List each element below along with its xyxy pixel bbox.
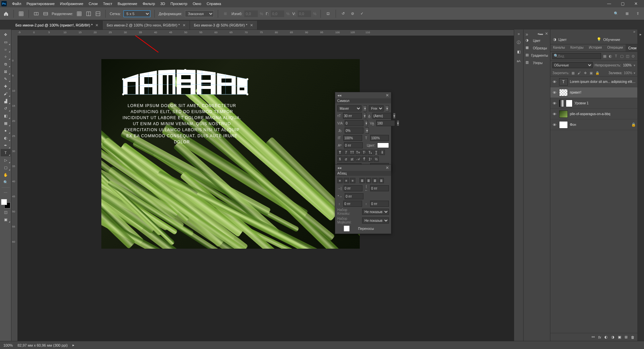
justify-center[interactable]: ≣ xyxy=(366,178,371,183)
maximize-button[interactable]: ▢ xyxy=(616,0,629,7)
share-icon[interactable]: ⇪ xyxy=(634,10,641,17)
space-after-input[interactable] xyxy=(370,201,389,207)
hyphenate-checkbox[interactable] xyxy=(337,226,356,232)
glyphs-panel-icon[interactable]: aA xyxy=(515,58,522,64)
menu-Фильтр[interactable]: Фильтр xyxy=(140,1,158,7)
panel-tab-Каналы[interactable]: Каналы xyxy=(550,44,568,51)
split-cols-icon[interactable] xyxy=(85,10,92,17)
allcaps[interactable]: TT xyxy=(349,150,355,155)
grid-select[interactable]: 5 x 5 xyxy=(123,10,150,17)
layer-row[interactable]: 👁pile-of-asparagus-on-a-bbq xyxy=(550,109,637,119)
learn-tab[interactable]: 💡Обучение xyxy=(594,35,638,44)
lock-all-icon[interactable]: 🔒 xyxy=(595,70,600,75)
layer-row[interactable]: 👁привет! xyxy=(550,87,637,98)
path-select-tool[interactable]: ▷ xyxy=(1,156,11,164)
v-input[interactable] xyxy=(298,10,311,17)
link-layers-icon[interactable]: ⚯ xyxy=(592,335,595,339)
visibility-icon[interactable]: 👁 xyxy=(552,123,557,127)
warp-text-headline[interactable] xyxy=(121,69,249,96)
ordinals[interactable]: 1ˢ xyxy=(367,156,373,162)
move-tool[interactable]: ✥ xyxy=(1,31,11,38)
swash[interactable]: 𝒜 xyxy=(355,156,361,162)
vscale-input[interactable] xyxy=(343,135,362,141)
visibility-icon[interactable]: 👁 xyxy=(552,112,557,116)
tsume-input[interactable] xyxy=(345,128,363,134)
character-panel[interactable]: ◂◂✕ Символ Maver▾Free▾ тT▾A̲▾ V/A▾VA̲▾ あ… xyxy=(335,92,391,171)
filter-smart-icon[interactable]: ◫ xyxy=(625,53,630,59)
paragraph-tab[interactable]: Абзац xyxy=(335,171,391,176)
filter-pixel-icon[interactable]: ▦ xyxy=(602,53,607,59)
orientation-icon[interactable]: ⊞ xyxy=(222,10,229,17)
filter-shape-icon[interactable]: ▢ xyxy=(620,53,624,59)
menu-Изображение[interactable]: Изображение xyxy=(57,1,86,7)
reset-icon[interactable]: ↺ xyxy=(340,10,347,17)
filter-type-icon[interactable]: T xyxy=(614,53,618,59)
gradient-tool[interactable]: ▦ xyxy=(1,119,11,127)
heal-tool[interactable]: ✚ xyxy=(1,83,11,90)
edit-toolbar[interactable]: ⋯ xyxy=(1,189,11,196)
hand-tool[interactable]: ✋ xyxy=(1,171,11,179)
group-icon[interactable]: ▣ xyxy=(618,335,621,339)
blend-mode-select[interactable]: Обычные xyxy=(552,62,593,68)
stamp-tool[interactable]: ▟ xyxy=(1,97,11,105)
character-tab[interactable]: Символ xyxy=(335,98,391,103)
tab-close-icon[interactable]: ✕ xyxy=(183,23,186,28)
menu-Файл[interactable]: Файл xyxy=(9,1,24,7)
titling[interactable]: T̄ xyxy=(361,156,367,162)
hscale-input[interactable] xyxy=(370,135,389,141)
tab-close-icon[interactable]: ✕ xyxy=(95,23,98,28)
warp-mode-icon[interactable] xyxy=(18,10,24,17)
panel-item-Градиенты[interactable]: ▤Градиенты xyxy=(524,52,550,59)
new-layer-icon[interactable]: ⊞ xyxy=(625,335,628,339)
text-color-swatch[interactable] xyxy=(377,143,389,148)
panel-tab-История[interactable]: История xyxy=(586,44,605,51)
trash-icon[interactable]: 🗑 xyxy=(631,335,635,339)
document-tab[interactable]: Без имени-3 @ 50% (RGB/8#) *✕ xyxy=(190,21,257,30)
panel-tab-Контуры[interactable]: Контуры xyxy=(568,44,586,51)
lock-nest-icon[interactable]: ▣ xyxy=(589,70,594,75)
kinsoku-select[interactable]: Не показывать xyxy=(362,209,389,215)
align-center[interactable]: ≡ xyxy=(344,178,349,183)
color-swatches[interactable] xyxy=(1,199,10,208)
liga-st[interactable]: st xyxy=(349,156,355,162)
adj-icon[interactable]: ◑ xyxy=(611,335,614,339)
history-brush-tool[interactable]: ↺ xyxy=(1,105,11,112)
mojikumi-select[interactable]: Не показывать xyxy=(362,217,389,223)
kerning-input[interactable] xyxy=(345,120,363,126)
blur-tool[interactable]: ● xyxy=(1,127,11,134)
strike[interactable]: T xyxy=(380,150,385,155)
wand-tool[interactable]: ✧ xyxy=(1,53,11,60)
panel-tab-Операции[interactable]: Операции xyxy=(605,44,626,51)
space-before-input[interactable] xyxy=(343,201,362,207)
h-input[interactable] xyxy=(271,10,284,17)
visibility-icon[interactable]: 👁 xyxy=(552,101,557,105)
minimize-button[interactable]: — xyxy=(602,0,616,7)
mask-icon[interactable]: ◐ xyxy=(604,335,608,339)
document-tab[interactable]: Без имени-2.psd @ 100% (привет!, RGB/8#)… xyxy=(11,21,103,30)
layer-filter-input[interactable] xyxy=(552,53,601,59)
menu-Текст[interactable]: Текст xyxy=(100,1,115,7)
subscript[interactable]: T₁ xyxy=(367,150,373,155)
smallcaps[interactable]: Tᴛ xyxy=(355,150,361,155)
faux-italic[interactable]: T xyxy=(343,150,349,155)
lock-trans-icon[interactable]: ▦ xyxy=(571,70,576,75)
cancel-icon[interactable]: ⊘ xyxy=(349,10,356,17)
layer-row[interactable]: 👁Уровни 1 xyxy=(550,98,637,109)
align-right[interactable]: ≡ xyxy=(350,178,355,183)
panel-close-icon[interactable]: ✕ xyxy=(386,93,389,98)
split-rows-icon[interactable] xyxy=(95,10,101,17)
search-icon[interactable]: 🔍 xyxy=(612,10,620,17)
panel-item-Образцы[interactable]: ▦Образцы xyxy=(524,44,550,52)
workspace-icon[interactable]: ⊞ xyxy=(623,10,631,17)
filter-adj-icon[interactable]: ◐ xyxy=(608,53,612,59)
marquee-tool[interactable]: ▭ xyxy=(1,38,11,46)
commit-icon[interactable]: ✓ xyxy=(359,10,365,17)
filter-toggle[interactable]: ⊙ xyxy=(631,53,635,59)
pen-tool[interactable]: ✒ xyxy=(1,142,11,149)
first-indent-input[interactable] xyxy=(345,193,363,199)
panel-close-icon[interactable]: ✕ xyxy=(386,165,389,170)
menu-Справка[interactable]: Справка xyxy=(204,1,224,7)
dodge-tool[interactable]: ◐ xyxy=(1,134,11,142)
lasso-tool[interactable]: ⟉ xyxy=(1,46,11,53)
justify-right[interactable]: ≣ xyxy=(372,178,378,183)
